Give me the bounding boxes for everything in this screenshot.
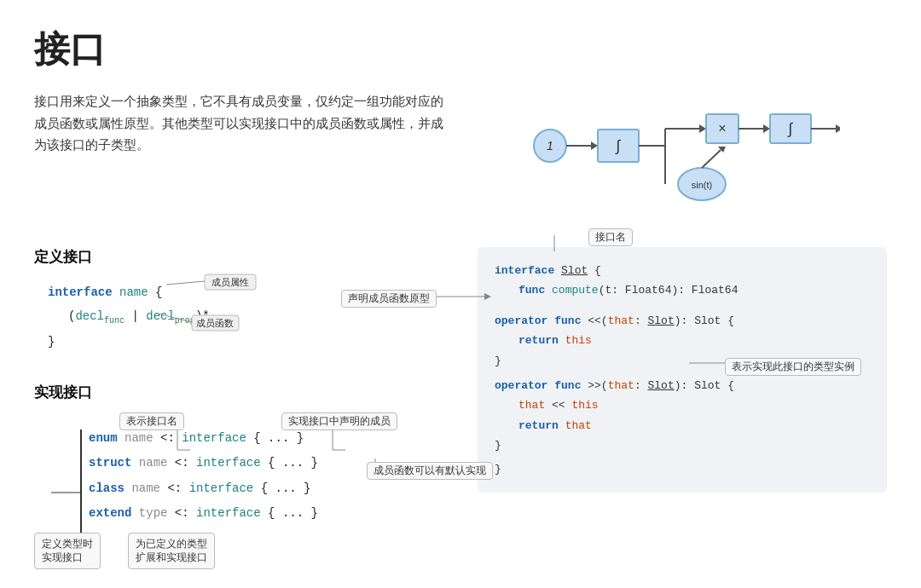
name-placeholder: name [119,285,155,299]
right-panel: 接口名 声明成员函数原型 表示实现此接口的类型实例 [478,247,887,533]
ann-define-type: 定义类型时 实现接口 [34,533,101,568]
page-title: 接口 [34,26,887,73]
kw-interface: interface [48,285,113,299]
ann-type-instance: 表示实现此接口的类型实例 [725,358,861,376]
svg-marker-18 [763,124,770,133]
ann-extend-type: 为已定义的类型 扩展和实现接口 [128,533,215,568]
svg-text:∫: ∫ [615,137,622,154]
rcode-line4: return this [518,331,870,350]
svg-marker-10 [699,124,706,133]
rcode-line7: that << this [518,395,870,415]
svg-line-13 [702,150,721,168]
ann-declare-func: 声明成员函数原型 [341,290,437,308]
ann-slot-name: 接口名 [588,228,633,246]
svg-text:×: × [718,121,726,135]
ann-default-impl: 成员函数可以有默认实现 [367,462,493,480]
impl-line-class: class name <: interface { ... } [89,476,452,501]
define-heading: 定义接口 [34,247,452,267]
rcode-line2: func compute(t: Float64): Float64 [518,280,870,300]
impl-heading: 实现接口 [34,383,452,402]
define-line3: } [48,330,452,354]
svg-marker-3 [591,141,598,150]
flow-diagram: 1 ∫ sin(t) × [469,90,887,227]
svg-marker-39 [484,293,491,300]
intro-text: 接口用来定义一个抽象类型，它不具有成员变量，仅约定一组功能对应的成员函数或属性原… [34,90,443,227]
rcode-line3: operator func <<(that: Slot): Slot { [495,311,870,331]
rcode-line1: interface Slot { [495,261,870,280]
svg-text:∫: ∫ [787,120,794,137]
rcode-line8: return that [518,416,870,435]
ann-interface-name: 表示接口名 [119,412,184,430]
svg-text:sin(t): sin(t) [692,180,712,190]
rcode-line9: } [495,435,870,455]
svg-text:1: 1 [547,139,553,153]
impl-line-extend: extend type <: interface { ... } [89,501,452,526]
rcode-line10: } [495,459,870,479]
ann-impl-members: 实现接口中声明的成员 [281,412,397,430]
rcode-line6: operator func >>(that: Slot): Slot { [495,376,870,395]
define-line2: (declfunc | declprop)* [68,304,452,330]
svg-marker-22 [836,124,840,133]
